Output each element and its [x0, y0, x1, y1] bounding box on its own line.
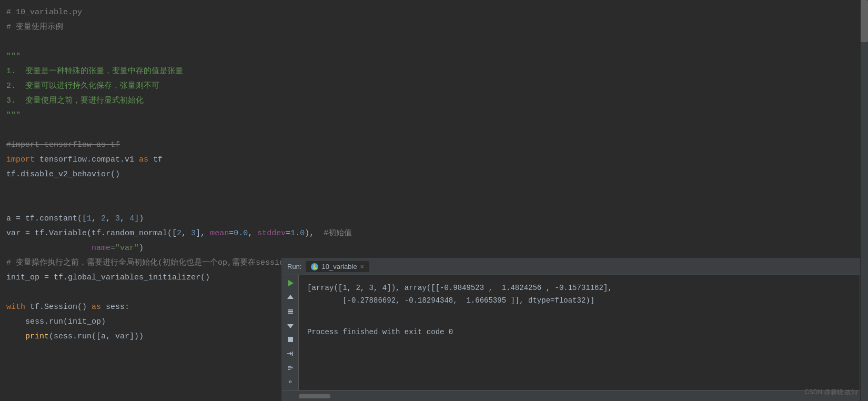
import-keyword: import — [6, 153, 35, 167]
code-line-3 — [0, 35, 868, 49]
run-wrench-btn[interactable] — [285, 307, 296, 317]
svg-rect-2 — [288, 311, 293, 312]
with-keyword: with — [6, 300, 25, 314]
watermark: CSDN @新晓·故知 — [804, 388, 857, 397]
run-bottom-bar — [282, 390, 860, 400]
code-line-10: #import tensorflow as tf — [0, 138, 868, 153]
as-keyword: as — [139, 153, 148, 167]
run-panel: Run: 🐍 10_variable × — [281, 258, 860, 401]
run-play-btn[interactable] — [285, 278, 296, 288]
run-scrollbar[interactable] — [299, 394, 860, 398]
run-stop-btn[interactable] — [285, 335, 296, 345]
scrollbar-thumb[interactable] — [861, 0, 868, 42]
svg-marker-1 — [287, 295, 294, 299]
line-text: init_op = tf.global_variables_initialize… — [6, 271, 210, 285]
run-tab-name: 10_variable — [321, 263, 357, 270]
code-line-4: """ — [0, 49, 868, 64]
svg-rect-4 — [288, 313, 293, 314]
code-line-5: 1. 变量是一种特殊的张量，变量中存的值是张量 — [0, 64, 868, 79]
print-func: print — [25, 330, 49, 344]
code-line-1: # 10_variable.py — [0, 5, 868, 20]
line-text — [6, 242, 92, 255]
line-text: a = tf.constant([ — [6, 212, 87, 226]
output-finished: Process finished with exit code 0 — [307, 326, 851, 338]
run-panel-header: Run: 🐍 10_variable × — [282, 258, 860, 275]
run-output: [array([1, 2, 3, 4]), array([[-0.9849523… — [299, 275, 860, 390]
alias: tf — [148, 153, 163, 167]
line-text: tf.disable_v2_behavior() — [6, 168, 120, 182]
run-tab-close-btn[interactable]: × — [360, 263, 364, 270]
code-line-2: # 变量使用示例 — [0, 20, 868, 35]
svg-rect-3 — [288, 309, 293, 310]
run-up-btn[interactable] — [285, 293, 296, 303]
code-line-9 — [0, 123, 868, 138]
editor-scrollbar[interactable] — [861, 0, 868, 401]
as-keyword2: as — [92, 300, 101, 314]
output-line-3 — [307, 307, 851, 319]
code-line-16: var = tf.Variable(tf.random_normal([2, 3… — [0, 226, 868, 241]
line-text: 1. 变量是一种特殊的张量，变量中存的值是张量 — [6, 65, 183, 78]
line-text: #import tensorflow as tf — [6, 138, 120, 152]
run-sort-btn[interactable] — [285, 363, 296, 373]
line-text: 2. 变量可以进行持久化保存，张量则不可 — [6, 79, 159, 93]
output-line-2: [-0.27886692, -0.18294348, 1.6665395 ]],… — [307, 294, 851, 307]
code-line-15: a = tf.constant([1, 2, 3, 4]) — [0, 212, 868, 226]
line-text: sess.run(init_op) — [6, 315, 106, 329]
code-line-11: import tensorflow.compat.v1 as tf — [0, 153, 868, 167]
num1: 1 — [87, 212, 92, 226]
line-text: """ — [6, 109, 21, 123]
run-more-btn[interactable]: » — [285, 377, 296, 387]
code-line-6: 2. 变量可以进行持久化保存，张量则不可 — [0, 79, 868, 94]
run-down-btn[interactable] — [285, 320, 296, 330]
code-line-8: """ — [0, 108, 868, 123]
line-text: # 变量使用示例 — [6, 21, 63, 34]
run-redirect-btn[interactable] — [285, 349, 296, 359]
run-toolbar: » — [282, 275, 299, 390]
code-line-13 — [0, 182, 868, 197]
code-line-12: tf.disable_v2_behavior() — [0, 167, 868, 182]
svg-marker-5 — [287, 324, 294, 328]
python-icon: 🐍 — [311, 263, 318, 270]
line-text: # 10_variable.py — [6, 6, 82, 19]
line-text: """ — [6, 50, 21, 64]
line-text: 3. 变量使用之前，要进行显式初始化 — [6, 94, 144, 108]
svg-rect-6 — [288, 337, 293, 342]
run-tab[interactable]: 🐍 10_variable × — [306, 261, 369, 272]
code-line-14 — [0, 197, 868, 212]
code-line-17: name="var") — [0, 241, 868, 256]
line-text: var = tf.Variable(tf.random_normal([ — [6, 227, 177, 240]
output-line-1: [array([1, 2, 3, 4]), array([[-0.9849523… — [307, 282, 851, 294]
run-label: Run: — [287, 263, 301, 270]
run-scrollbar-thumb[interactable] — [299, 394, 330, 398]
svg-marker-0 — [288, 280, 294, 286]
code-line-7: 3. 变量使用之前，要进行显式初始化 — [0, 94, 868, 108]
module-name: tensorflow.compat.v1 — [35, 153, 139, 167]
run-panel-body: » [array([1, 2, 3, 4]), array([[-0.98495… — [282, 275, 860, 390]
